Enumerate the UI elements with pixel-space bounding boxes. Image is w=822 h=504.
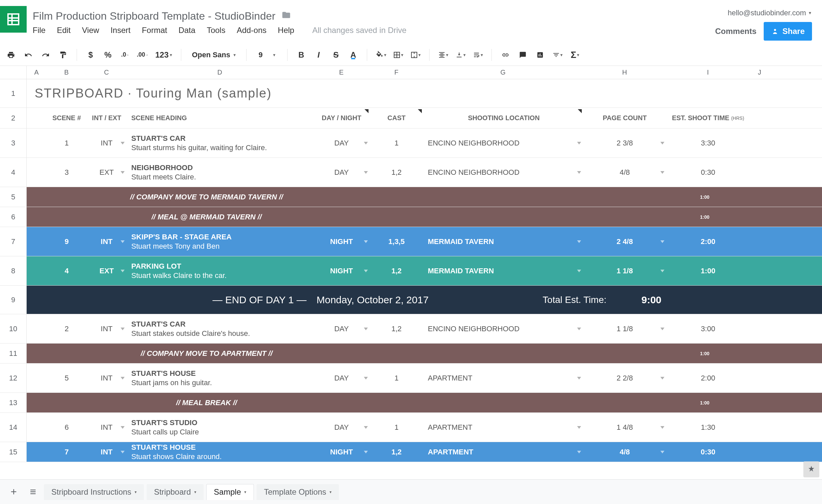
cell-time[interactable]: 2:00 [667, 364, 750, 392]
dropdown-icon[interactable] [577, 377, 581, 379]
cell-intext[interactable]: INT [87, 128, 127, 157]
menu-tools[interactable]: Tools [207, 26, 225, 35]
sheets-logo[interactable] [0, 6, 27, 33]
merge-cells-icon[interactable]: ▾ [409, 49, 422, 61]
cell-cast[interactable]: 1,2 [370, 442, 423, 462]
header-daynight[interactable]: DAY / NIGHT [313, 108, 370, 128]
menu-data[interactable]: Data [178, 26, 195, 35]
stripboard-title[interactable]: STRIPBOARD · Touring Man (sample) [30, 86, 272, 101]
dropdown-icon[interactable] [577, 328, 581, 330]
dropdown-icon[interactable] [364, 377, 368, 379]
dropdown-icon[interactable] [577, 426, 581, 429]
menu-addons[interactable]: Add-ons [237, 26, 266, 35]
header-cast[interactable]: CAST [370, 108, 423, 128]
dropdown-icon[interactable] [661, 240, 665, 243]
insert-chart-icon[interactable] [534, 49, 546, 61]
filter-icon[interactable] [578, 109, 582, 113]
paint-format-icon[interactable] [57, 49, 69, 61]
row-header-2[interactable]: 2 [0, 108, 27, 128]
filter-icon[interactable] [418, 109, 422, 113]
col-header-i[interactable]: I [667, 66, 750, 79]
share-button[interactable]: Share [764, 22, 812, 41]
document-title[interactable]: Film Production Stripboard Template - St… [33, 10, 276, 22]
explore-button[interactable] [803, 461, 819, 477]
row-header-11[interactable]: 11 [0, 344, 27, 363]
dropdown-icon[interactable] [577, 142, 581, 144]
cell-cast[interactable]: 1,2 [370, 158, 423, 187]
cell-time[interactable]: 1:00 [667, 256, 750, 285]
dropdown-icon[interactable] [121, 328, 125, 330]
print-icon[interactable] [5, 49, 17, 61]
cell-heading[interactable]: STUART'S HOUSEStuart shows Claire around… [127, 442, 313, 462]
increase-decimal-icon[interactable]: .00→ [136, 49, 149, 61]
menu-file[interactable]: File [33, 26, 46, 35]
dropdown-icon[interactable] [121, 426, 125, 429]
cell-intext[interactable]: INT [87, 413, 127, 442]
cell-pagecount[interactable]: 2 4/8 [583, 227, 667, 256]
eod-total-label[interactable]: Total Est. Time: [526, 286, 610, 314]
borders-icon[interactable]: ▾ [392, 49, 405, 61]
menu-edit[interactable]: Edit [57, 26, 71, 35]
dropdown-icon[interactable] [364, 451, 368, 453]
cell-intext[interactable]: EXT [87, 256, 127, 285]
cell-time[interactable]: 1:00 [663, 393, 746, 412]
dropdown-icon[interactable] [661, 328, 665, 330]
header-heading[interactable]: SCENE HEADING [127, 108, 313, 128]
strikethrough-icon[interactable]: S [330, 49, 342, 61]
cell-intext[interactable]: INT [87, 442, 127, 462]
insert-link-icon[interactable] [499, 49, 512, 61]
vertical-align-icon[interactable]: ▾ [454, 49, 467, 61]
cell-daynight[interactable]: NIGHT [313, 227, 370, 256]
cell-daynight[interactable]: DAY [313, 413, 370, 442]
cell-time[interactable]: 1:30 [667, 413, 750, 442]
cell-scene[interactable]: 9 [47, 227, 87, 256]
cell-intext[interactable]: INT [87, 364, 127, 392]
cell-pagecount[interactable]: 2 3/8 [583, 128, 667, 157]
cell-heading[interactable]: SKIPP'S BAR - STAGE AREAStuart meets Ton… [127, 227, 313, 256]
cell-scene[interactable]: 4 [47, 256, 87, 285]
cell-pagecount[interactable]: 1 4/8 [583, 413, 667, 442]
cell-location[interactable]: MERMAID TAVERN [423, 256, 583, 285]
cell-scene[interactable]: 3 [47, 158, 87, 187]
col-header-b[interactable]: B [47, 66, 87, 79]
cell-time[interactable]: 2:00 [667, 227, 750, 256]
header-shoottime[interactable]: EST. SHOOT TIME (HRS) [667, 108, 750, 128]
decrease-decimal-icon[interactable]: .0← [119, 49, 132, 61]
cell-daynight[interactable]: DAY [313, 314, 370, 343]
banner-text[interactable]: // COMPANY MOVE TO MERMAID TAVERN // [47, 187, 367, 207]
cell-time[interactable]: 0:30 [667, 442, 750, 462]
eod-date[interactable]: Monday, October 2, 2017 [313, 286, 526, 314]
cell-intext[interactable]: INT [87, 314, 127, 343]
cell-pagecount[interactable]: 2 2/8 [583, 364, 667, 392]
dropdown-icon[interactable] [577, 171, 581, 174]
cell-heading[interactable]: STUART'S HOUSEStuart jams on his guitar. [127, 364, 313, 392]
dropdown-icon[interactable] [121, 171, 125, 174]
cell-cast[interactable]: 1,2 [370, 314, 423, 343]
header-pagecount[interactable]: PAGE COUNT [583, 108, 667, 128]
cell-daynight[interactable]: DAY [313, 128, 370, 157]
col-header-f[interactable]: F [370, 66, 423, 79]
text-wrap-icon[interactable]: ▾ [471, 49, 484, 61]
banner-text[interactable]: // MEAL @ MERMAID TAVERN // [47, 207, 367, 227]
col-header-h[interactable]: H [583, 66, 667, 79]
comments-button[interactable]: Comments [715, 27, 756, 36]
cell-daynight[interactable]: NIGHT [313, 256, 370, 285]
menu-format[interactable]: Format [142, 26, 167, 35]
dropdown-icon[interactable] [661, 377, 665, 379]
font-size-selector[interactable]: 9▾ [254, 51, 280, 59]
dropdown-icon[interactable] [121, 451, 125, 453]
filter-icon[interactable]: ▾ [551, 49, 564, 61]
percent-icon[interactable]: % [102, 49, 114, 61]
cell-scene[interactable]: 6 [47, 413, 87, 442]
horizontal-align-icon[interactable]: ▾ [437, 49, 449, 61]
cell-cast[interactable]: 1 [370, 128, 423, 157]
row-header-6[interactable]: 6 [0, 207, 27, 227]
col-header-c[interactable]: C [87, 66, 127, 79]
dropdown-icon[interactable] [364, 240, 368, 243]
cell-scene[interactable]: 2 [47, 314, 87, 343]
dropdown-icon[interactable] [661, 142, 665, 144]
cell-heading[interactable]: STUART'S STUDIOStuart calls up Claire [127, 413, 313, 442]
banner-text[interactable]: // COMPANY MOVE TO APARTMENT // [47, 344, 367, 363]
dropdown-icon[interactable] [121, 240, 125, 243]
eod-total[interactable]: 9:00 [610, 286, 693, 314]
